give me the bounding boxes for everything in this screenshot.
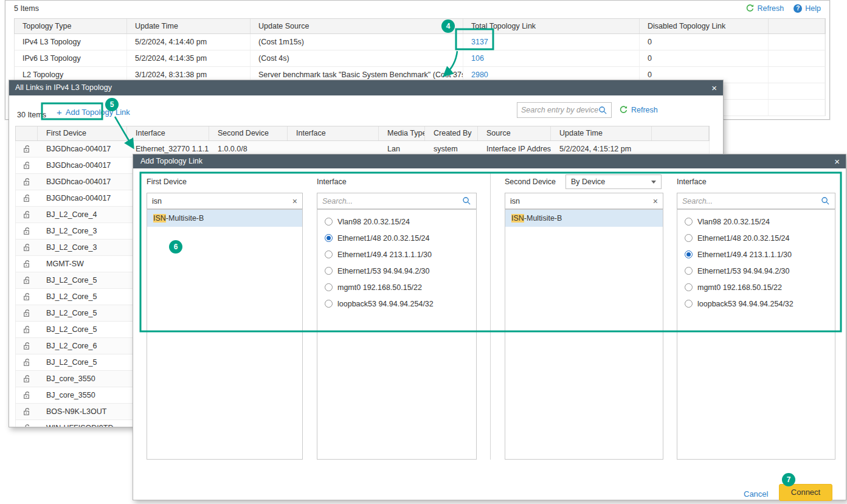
- column-header[interactable]: Update Source: [251, 19, 463, 33]
- table-row[interactable]: IPv6 L3 Topology 5/2/2024, 4:14:35 pm (C…: [14, 50, 826, 67]
- update-time-cell: 5/2/2024, 4:14:35 pm: [127, 50, 251, 66]
- interface-option[interactable]: Ethernet1/53 94.94.94.2/30: [677, 263, 835, 279]
- interface-option[interactable]: loopback53 94.94.94.254/32: [677, 295, 835, 312]
- interface-option-label: mgmt0 192.168.50.15/22: [337, 283, 422, 292]
- column-header[interactable]: Source: [478, 126, 551, 140]
- unlock-icon: [22, 424, 31, 427]
- row-icon-cell: [16, 207, 38, 223]
- first-device-cell: BJ_L2_Core_3: [38, 240, 127, 255]
- close-icon[interactable]: ×: [711, 80, 717, 95]
- connect-button[interactable]: Connect: [779, 484, 832, 501]
- row-icon-cell: [16, 223, 38, 239]
- interface-option[interactable]: loopback53 94.94.94.254/32: [317, 295, 476, 312]
- column-header[interactable]: Update Time: [127, 19, 251, 33]
- column-header-spacer: [769, 19, 825, 33]
- unlock-icon: [22, 210, 31, 219]
- radio-icon[interactable]: [325, 218, 333, 226]
- interface-option-label: mgmt0 192.168.50.15/22: [697, 283, 782, 292]
- interface-option-label: Ethernet1/48 20.0.32.15/24: [337, 234, 430, 243]
- row-icon-cell: [16, 272, 38, 288]
- device-search-input[interactable]: Search entry by device name...: [517, 102, 612, 118]
- interface-option[interactable]: Vlan98 20.0.32.15/24: [677, 213, 835, 230]
- unlock-icon: [22, 178, 31, 186]
- interface-option[interactable]: Ethernet1/49.4 213.1.1.1/30: [317, 246, 476, 263]
- first-device-cell: BJ_L2_Core_3: [38, 223, 127, 239]
- cancel-button[interactable]: Cancel: [744, 489, 768, 499]
- column-header[interactable]: Update Time: [551, 126, 652, 140]
- unlock-icon: [22, 161, 31, 170]
- clear-icon[interactable]: ×: [292, 196, 297, 206]
- links-table-header: First Device Interface Second Device Int…: [15, 126, 710, 141]
- disabled-topology-link-cell: 0: [640, 50, 769, 66]
- column-header[interactable]: Disabled Topology Link: [640, 19, 769, 33]
- table-row[interactable]: IPv4 L3 Topology 5/2/2024, 4:14:40 pm (C…: [14, 34, 826, 50]
- radio-icon[interactable]: [685, 267, 693, 275]
- total-topology-link[interactable]: 3137: [463, 34, 640, 50]
- interface-option[interactable]: Ethernet1/53 94.94.94.2/30: [317, 263, 476, 279]
- radio-icon[interactable]: [325, 267, 333, 275]
- unlock-icon: [22, 342, 31, 350]
- first-interface-search-input[interactable]: Search...: [317, 193, 477, 209]
- interface-option[interactable]: Ethernet1/48 20.0.32.15/24: [317, 230, 476, 246]
- refresh-label: Refresh: [758, 4, 784, 13]
- column-header[interactable]: Second Device: [209, 126, 288, 140]
- refresh-button[interactable]: Refresh: [745, 4, 784, 13]
- interface-option[interactable]: mgmt0 192.168.50.15/22: [317, 279, 476, 295]
- interface-option[interactable]: Ethernet1/48 20.0.32.15/24: [677, 230, 835, 246]
- radio-icon[interactable]: [325, 283, 333, 291]
- column-header[interactable]: Total Topology Link: [463, 19, 640, 33]
- row-spacer: [769, 67, 825, 83]
- unlock-icon: [22, 260, 31, 268]
- second-device-list: ISN-Multisite-B: [505, 209, 663, 460]
- column-header[interactable]: Interface: [288, 126, 379, 140]
- column-header[interactable]: Topology Type: [15, 19, 127, 33]
- column-header[interactable]: Media Type: [379, 126, 425, 140]
- first-device-search-input[interactable]: isn ×: [147, 193, 303, 209]
- radio-icon[interactable]: [325, 250, 333, 258]
- interface-option-label: Ethernet1/49.4 213.1.1.1/30: [697, 250, 792, 259]
- radio-icon[interactable]: [685, 218, 693, 226]
- second-interface-label: Interface: [677, 178, 707, 186]
- interface-option[interactable]: Vlan98 20.0.32.15/24: [317, 213, 476, 230]
- total-topology-link[interactable]: 106: [463, 50, 640, 66]
- first-device-label: First Device: [147, 178, 187, 186]
- search-highlight: ISN: [153, 214, 166, 223]
- close-icon[interactable]: ×: [834, 154, 840, 168]
- second-interface-search-input[interactable]: Search...: [677, 193, 835, 209]
- row-icon-cell: [16, 354, 38, 370]
- search-icon: [462, 196, 471, 205]
- first-device-cell: WIN-HFFISODI9TD: [38, 420, 127, 427]
- first-interface-label: Interface: [317, 178, 347, 186]
- row-icon-cell: [16, 141, 38, 157]
- interface-option[interactable]: mgmt0 192.168.50.15/22: [677, 279, 835, 295]
- row-icon-cell: [16, 420, 38, 427]
- clear-icon[interactable]: ×: [653, 196, 658, 206]
- row-icon-cell: [16, 256, 38, 272]
- dialog-title: Add Topology Link: [140, 157, 202, 165]
- device-mode-select[interactable]: By Device: [565, 174, 662, 189]
- column-header[interactable]: First Device: [38, 126, 127, 140]
- panel-divider: [490, 173, 491, 460]
- help-label: Help: [805, 4, 821, 13]
- help-button[interactable]: ? Help: [793, 4, 821, 13]
- dialog-refresh-button[interactable]: Refresh: [619, 105, 658, 114]
- topology-type-cell: IPv6 L3 Topology: [15, 50, 127, 66]
- column-header[interactable]: Interface: [127, 126, 209, 140]
- help-icon: ?: [793, 4, 802, 13]
- add-topology-link-button[interactable]: + Add Topology Link: [57, 107, 130, 117]
- device-result-item[interactable]: ISN-Multisite-B: [505, 210, 663, 227]
- row-icon-cell: [16, 322, 38, 337]
- interface-option[interactable]: Ethernet1/49.4 213.1.1.1/30: [677, 246, 835, 263]
- second-device-search-input[interactable]: isn ×: [505, 193, 663, 209]
- device-result-item[interactable]: ISN-Multisite-B: [147, 210, 302, 227]
- search-placeholder: Search...: [682, 197, 821, 205]
- radio-icon[interactable]: [685, 283, 693, 291]
- row-icon-cell: [16, 240, 38, 255]
- radio-icon[interactable]: [325, 300, 333, 308]
- radio-icon[interactable]: [325, 234, 333, 242]
- radio-icon[interactable]: [685, 250, 693, 258]
- radio-icon[interactable]: [685, 234, 693, 242]
- dialog-titlebar: Add Topology Link ×: [133, 154, 846, 168]
- radio-icon[interactable]: [685, 300, 693, 308]
- column-header[interactable]: Created By: [425, 126, 478, 140]
